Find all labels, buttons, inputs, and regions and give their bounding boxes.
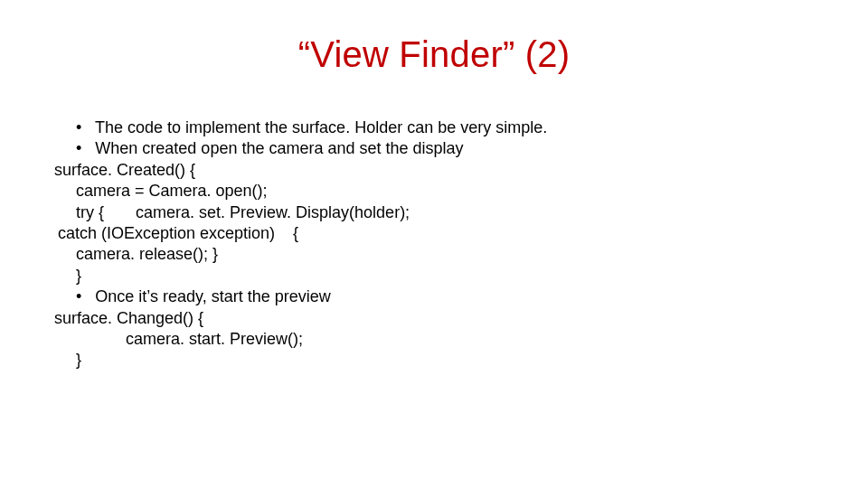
bullet-item: The code to implement the surface. Holde… [54,117,814,138]
code-line: catch (IOException exception) { [54,223,814,244]
code-line: camera. release(); } [54,244,814,265]
code-line: } [54,266,814,286]
code-line: camera = Camera. open(); [54,181,814,202]
code-line: } [54,350,814,371]
code-line: surface. Changed() { [54,308,814,329]
slide-body: The code to implement the surface. Holde… [54,117,814,371]
code-line: try { camera. set. Preview. Display(hold… [54,202,814,223]
code-line: surface. Created() { [54,160,814,181]
bullet-item: Once it’s ready, start the preview [54,286,814,307]
bullet-item: When created open the camera and set the… [54,138,814,159]
code-line: camera. start. Preview(); [54,329,814,350]
slide-title: “View Finder” (2) [0,34,868,75]
slide: “View Finder” (2) The code to implement … [0,0,868,488]
